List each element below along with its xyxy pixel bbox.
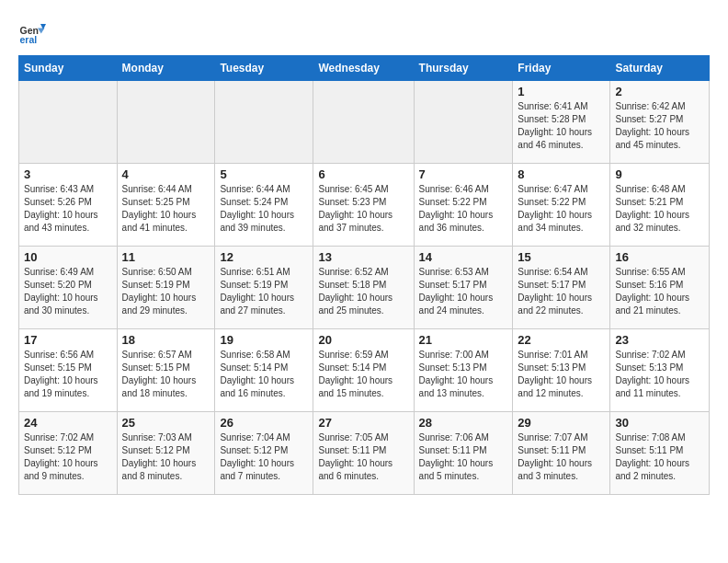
weekday-header-friday: Friday [513,56,610,81]
day-info: Sunrise: 6:58 AMSunset: 5:14 PMDaylight:… [220,349,308,400]
day-info: Sunrise: 6:57 AMSunset: 5:15 PMDaylight:… [122,349,210,400]
day-info: Sunrise: 6:54 AMSunset: 5:17 PMDaylight:… [518,266,605,317]
day-number: 30 [615,416,704,430]
day-info: Sunrise: 7:02 AMSunset: 5:13 PMDaylight:… [615,349,704,400]
calendar-cell: 13Sunrise: 6:52 AMSunset: 5:18 PMDayligh… [313,247,414,329]
day-info: Sunrise: 6:41 AMSunset: 5:28 PMDaylight:… [518,100,605,152]
weekday-header-monday: Monday [117,56,215,81]
day-info: Sunrise: 7:02 AMSunset: 5:12 PMDaylight:… [24,431,112,483]
day-info: Sunrise: 6:52 AMSunset: 5:18 PMDaylight:… [318,266,408,317]
calendar-week-3: 10Sunrise: 6:49 AMSunset: 5:20 PMDayligh… [19,247,710,329]
day-info: Sunrise: 7:03 AMSunset: 5:12 PMDaylight:… [122,431,210,483]
weekday-header-row: SundayMondayTuesdayWednesdayThursdayFrid… [19,56,710,81]
calendar-cell: 5Sunrise: 6:44 AMSunset: 5:24 PMDaylight… [215,164,313,247]
day-info: Sunrise: 6:44 AMSunset: 5:24 PMDaylight:… [220,183,308,235]
day-number: 17 [24,333,112,347]
logo: Gen eral [18,18,50,46]
day-number: 2 [615,85,704,98]
day-number: 12 [220,250,308,264]
day-number: 11 [122,250,210,264]
day-number: 25 [122,416,210,430]
day-number: 28 [419,416,508,430]
calendar-cell [19,81,118,164]
calendar-cell: 20Sunrise: 6:59 AMSunset: 5:14 PMDayligh… [313,329,414,412]
day-number: 7 [419,167,508,181]
day-number: 4 [122,167,210,181]
svg-marker-3 [38,29,45,34]
calendar-cell: 2Sunrise: 6:42 AMSunset: 5:27 PMDaylight… [610,81,710,164]
calendar-cell: 4Sunrise: 6:44 AMSunset: 5:25 PMDaylight… [117,164,215,247]
weekday-header-wednesday: Wednesday [313,56,414,81]
calendar-cell: 29Sunrise: 7:07 AMSunset: 5:11 PMDayligh… [513,412,610,495]
day-info: Sunrise: 6:56 AMSunset: 5:15 PMDaylight:… [24,349,112,400]
day-info: Sunrise: 7:08 AMSunset: 5:11 PMDaylight:… [615,431,704,483]
calendar-cell: 21Sunrise: 7:00 AMSunset: 5:13 PMDayligh… [414,329,513,412]
day-number: 8 [518,167,605,181]
day-info: Sunrise: 6:43 AMSunset: 5:26 PMDaylight:… [24,183,112,235]
calendar-cell: 15Sunrise: 6:54 AMSunset: 5:17 PMDayligh… [513,247,610,329]
calendar-cell: 11Sunrise: 6:50 AMSunset: 5:19 PMDayligh… [117,247,215,329]
day-info: Sunrise: 6:55 AMSunset: 5:16 PMDaylight:… [615,266,704,317]
day-number: 6 [318,167,408,181]
day-info: Sunrise: 6:45 AMSunset: 5:23 PMDaylight:… [318,183,408,235]
logo-icon: Gen eral [18,18,46,46]
day-number: 3 [24,167,112,181]
calendar-cell: 19Sunrise: 6:58 AMSunset: 5:14 PMDayligh… [215,329,313,412]
day-number: 19 [220,333,308,347]
day-info: Sunrise: 6:46 AMSunset: 5:22 PMDaylight:… [419,183,508,235]
day-info: Sunrise: 6:48 AMSunset: 5:21 PMDaylight:… [615,183,704,235]
day-info: Sunrise: 7:01 AMSunset: 5:13 PMDaylight:… [518,349,605,400]
day-info: Sunrise: 6:42 AMSunset: 5:27 PMDaylight:… [615,100,704,152]
calendar-cell: 26Sunrise: 7:04 AMSunset: 5:12 PMDayligh… [215,412,313,495]
day-number: 23 [615,333,704,347]
day-number: 10 [24,250,112,264]
day-number: 22 [518,333,605,347]
calendar-cell: 18Sunrise: 6:57 AMSunset: 5:15 PMDayligh… [117,329,215,412]
calendar-cell: 1Sunrise: 6:41 AMSunset: 5:28 PMDaylight… [513,81,610,164]
calendar-cell: 17Sunrise: 6:56 AMSunset: 5:15 PMDayligh… [19,329,118,412]
calendar-cell: 10Sunrise: 6:49 AMSunset: 5:20 PMDayligh… [19,247,118,329]
calendar-week-1: 1Sunrise: 6:41 AMSunset: 5:28 PMDaylight… [19,81,710,164]
calendar-cell: 23Sunrise: 7:02 AMSunset: 5:13 PMDayligh… [610,329,710,412]
day-number: 24 [24,416,112,430]
calendar-cell: 7Sunrise: 6:46 AMSunset: 5:22 PMDaylight… [414,164,513,247]
day-number: 18 [122,333,210,347]
day-number: 14 [419,250,508,264]
calendar-cell: 9Sunrise: 6:48 AMSunset: 5:21 PMDaylight… [610,164,710,247]
day-info: Sunrise: 6:53 AMSunset: 5:17 PMDaylight:… [419,266,508,317]
svg-text:eral: eral [20,34,38,45]
day-info: Sunrise: 6:44 AMSunset: 5:25 PMDaylight:… [122,183,210,235]
calendar-cell: 12Sunrise: 6:51 AMSunset: 5:19 PMDayligh… [215,247,313,329]
calendar-header: SundayMondayTuesdayWednesdayThursdayFrid… [19,56,710,81]
calendar-cell: 28Sunrise: 7:06 AMSunset: 5:11 PMDayligh… [414,412,513,495]
calendar-cell [215,81,313,164]
day-number: 1 [518,85,605,98]
day-info: Sunrise: 6:47 AMSunset: 5:22 PMDaylight:… [518,183,605,235]
calendar-cell: 16Sunrise: 6:55 AMSunset: 5:16 PMDayligh… [610,247,710,329]
calendar-cell: 25Sunrise: 7:03 AMSunset: 5:12 PMDayligh… [117,412,215,495]
day-number: 29 [518,416,605,430]
day-info: Sunrise: 7:00 AMSunset: 5:13 PMDaylight:… [419,349,508,400]
calendar-week-4: 17Sunrise: 6:56 AMSunset: 5:15 PMDayligh… [19,329,710,412]
day-number: 21 [419,333,508,347]
weekday-header-saturday: Saturday [610,56,710,81]
day-info: Sunrise: 6:59 AMSunset: 5:14 PMDaylight:… [318,349,408,400]
day-number: 27 [318,416,408,430]
day-info: Sunrise: 7:06 AMSunset: 5:11 PMDaylight:… [419,431,508,483]
weekday-header-tuesday: Tuesday [215,56,313,81]
calendar-cell: 22Sunrise: 7:01 AMSunset: 5:13 PMDayligh… [513,329,610,412]
day-number: 16 [615,250,704,264]
weekday-header-thursday: Thursday [414,56,513,81]
calendar-cell: 24Sunrise: 7:02 AMSunset: 5:12 PMDayligh… [19,412,118,495]
day-number: 20 [318,333,408,347]
day-info: Sunrise: 6:51 AMSunset: 5:19 PMDaylight:… [220,266,308,317]
calendar-cell: 27Sunrise: 7:05 AMSunset: 5:11 PMDayligh… [313,412,414,495]
day-info: Sunrise: 7:05 AMSunset: 5:11 PMDaylight:… [318,431,408,483]
calendar-table: SundayMondayTuesdayWednesdayThursdayFrid… [18,55,710,495]
day-info: Sunrise: 7:07 AMSunset: 5:11 PMDaylight:… [518,431,605,483]
calendar-cell: 30Sunrise: 7:08 AMSunset: 5:11 PMDayligh… [610,412,710,495]
calendar-cell: 14Sunrise: 6:53 AMSunset: 5:17 PMDayligh… [414,247,513,329]
day-number: 13 [318,250,408,264]
calendar-week-2: 3Sunrise: 6:43 AMSunset: 5:26 PMDaylight… [19,164,710,247]
day-info: Sunrise: 7:04 AMSunset: 5:12 PMDaylight:… [220,431,308,483]
